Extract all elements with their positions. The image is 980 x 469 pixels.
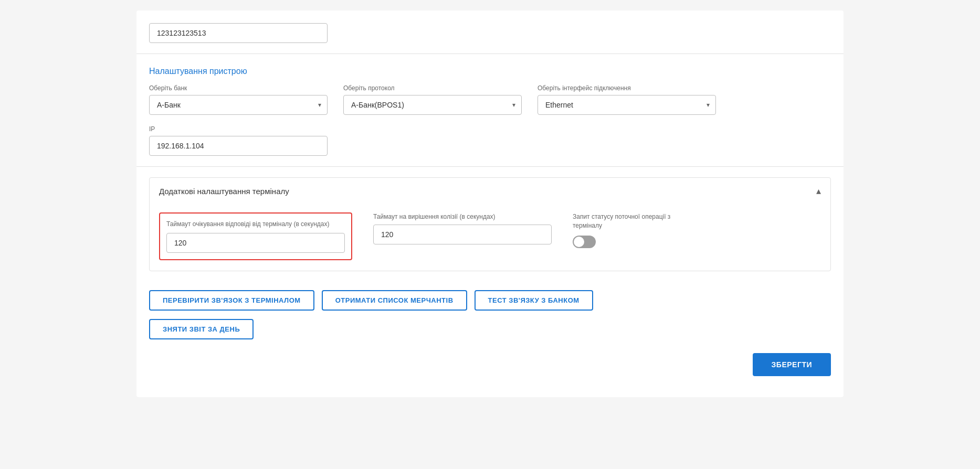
ip-group: IP (149, 125, 831, 156)
interface-select-wrapper: Ethernet WiFi Bluetooth ▾ (538, 95, 716, 115)
bank-select[interactable]: А-Банк ПриватБанк Ощадбанк (149, 95, 328, 115)
collapse-icon: ▴ (816, 185, 821, 197)
status-toggle[interactable] (573, 236, 596, 248)
status-toggle-label: Запит статусу поточної операції з термін… (573, 212, 678, 230)
secondary-buttons-section: ЗНЯТИ ЗВІТ ЗА ДЕНЬ (136, 319, 844, 348)
timeout-label: Таймаут очікування відповіді від терміна… (166, 220, 345, 229)
ip-input[interactable] (149, 136, 328, 156)
protocol-select[interactable]: А-Банк(BPOS1) А-Банк(BPOS2) (343, 95, 522, 115)
protocol-label: Оберіть протокол (343, 84, 522, 92)
bank-select-wrapper: А-Банк ПриватБанк Ощадбанк ▾ (149, 95, 328, 115)
additional-settings-section: Додаткові налаштування терміналу ▴ Тайма… (149, 177, 831, 271)
collision-label: Таймаут на вирішення колізії (в секундах… (373, 212, 552, 221)
ip-label: IP (149, 125, 831, 133)
save-button[interactable]: ЗБЕРЕГТИ (753, 353, 831, 376)
get-merchants-button[interactable]: ОТРИМАТИ СПИСОК МЕРЧАНТІВ (322, 290, 467, 311)
top-field-section (136, 10, 844, 54)
additional-body: Таймаут очікування відповіді від терміна… (150, 204, 830, 271)
interface-select-group: Оберіть інтерфейс підключення Ethernet W… (538, 84, 716, 115)
additional-title: Додаткові налаштування терміналу (159, 187, 289, 196)
collision-input[interactable] (373, 225, 552, 244)
interface-select[interactable]: Ethernet WiFi Bluetooth (538, 95, 716, 115)
selects-row: Оберіть банк А-Банк ПриватБанк Ощадбанк … (149, 84, 831, 115)
test-bank-button[interactable]: ТЕСТ ЗВ'ЯЗКУ З БАНКОМ (475, 290, 593, 311)
device-section-title: Налаштування пристрою (149, 67, 831, 76)
interface-label: Оберіть інтерфейс підключення (538, 84, 716, 92)
timeout-input[interactable] (166, 233, 345, 253)
status-toggle-group: Запит статусу поточної операції з термін… (573, 212, 678, 248)
bank-label: Оберіть банк (149, 84, 328, 92)
bank-select-group: Оберіть банк А-Банк ПриватБанк Ощадбанк … (149, 84, 328, 115)
collision-field-group: Таймаут на вирішення колізії (в секундах… (373, 212, 552, 244)
check-connection-button[interactable]: ПЕРЕВІРИТИ ЗВ'ЯЗОК З ТЕРМІНАЛОМ (149, 290, 314, 311)
toggle-slider (573, 236, 596, 248)
action-buttons-section: ПЕРЕВІРИТИ ЗВ'ЯЗОК З ТЕРМІНАЛОМ ОТРИМАТИ… (136, 282, 844, 319)
daily-report-button[interactable]: ЗНЯТИ ЗВІТ ЗА ДЕНЬ (149, 319, 254, 339)
additional-header[interactable]: Додаткові налаштування терміналу ▴ (150, 178, 830, 204)
top-input[interactable] (149, 23, 328, 43)
save-section: ЗБЕРЕГТИ (136, 348, 844, 381)
timeout-field-wrapper: Таймаут очікування відповіді від терміна… (159, 212, 352, 260)
protocol-select-wrapper: А-Банк(BPOS1) А-Банк(BPOS2) ▾ (343, 95, 522, 115)
protocol-select-group: Оберіть протокол А-Банк(BPOS1) А-Банк(BP… (343, 84, 522, 115)
device-section: Налаштування пристрою Оберіть банк А-Бан… (136, 54, 844, 167)
